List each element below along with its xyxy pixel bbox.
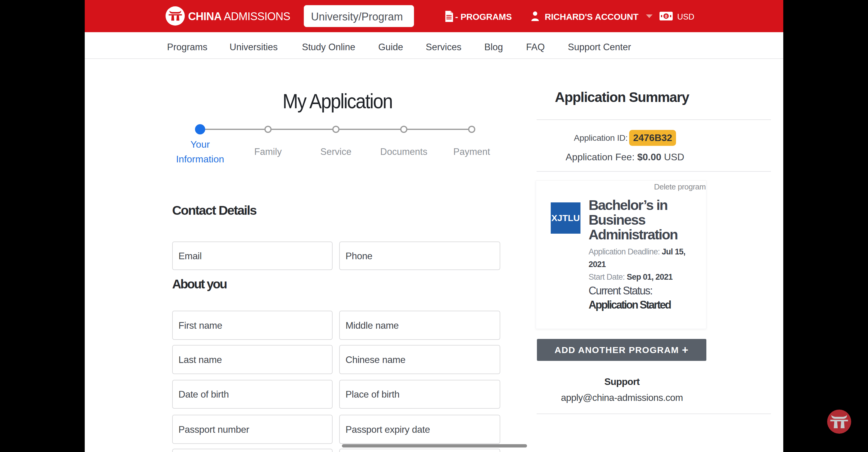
- svg-text:0: 0: [665, 13, 667, 19]
